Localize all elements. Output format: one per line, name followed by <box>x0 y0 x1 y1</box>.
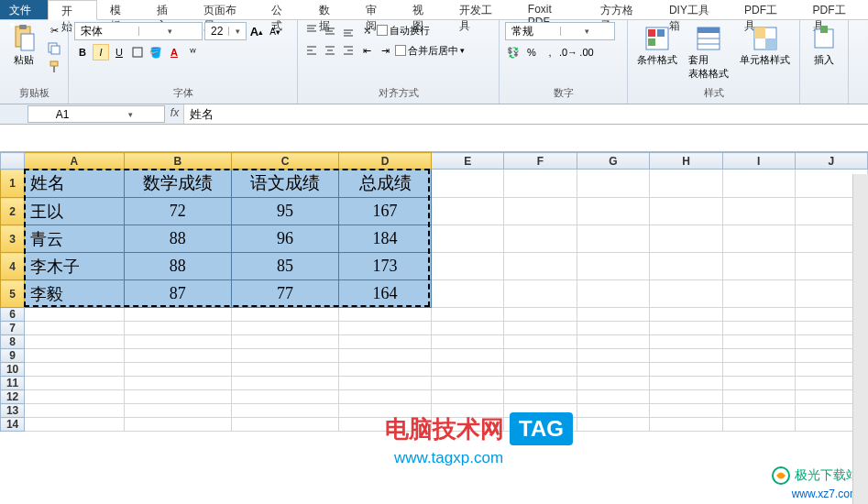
cell-I14[interactable] <box>722 418 795 432</box>
cell-D10[interactable] <box>339 363 432 377</box>
cell-D1[interactable]: 总成绩 <box>339 170 432 198</box>
cell-E2[interactable] <box>431 198 503 225</box>
cell-A9[interactable] <box>25 349 125 363</box>
cell-G7[interactable] <box>577 322 650 335</box>
col-header-F[interactable]: F <box>504 153 577 170</box>
wrap-text-toggle[interactable]: 自动换行 <box>377 24 430 38</box>
cell-I1[interactable] <box>722 170 795 198</box>
row-header-5[interactable]: 5 <box>1 280 25 308</box>
cell-C5[interactable]: 77 <box>231 280 338 308</box>
cell-C8[interactable] <box>231 335 338 349</box>
cell-C13[interactable] <box>231 404 338 418</box>
cell-A7[interactable] <box>25 322 125 335</box>
cell-E9[interactable] <box>431 349 503 363</box>
cell-H3[interactable] <box>650 225 723 253</box>
cell-G3[interactable] <box>577 225 650 253</box>
cell-styles-button[interactable]: 单元格样式 <box>736 22 794 69</box>
cell-A10[interactable] <box>25 363 125 377</box>
row-header-6[interactable]: 6 <box>1 308 25 322</box>
chevron-down-icon[interactable]: ▾ <box>96 110 164 119</box>
cell-G12[interactable] <box>577 390 650 404</box>
col-header-H[interactable]: H <box>650 153 723 170</box>
cell-F2[interactable] <box>504 198 577 225</box>
align-center-button[interactable] <box>322 42 338 59</box>
cell-B9[interactable] <box>124 349 231 363</box>
cell-F13[interactable] <box>504 404 577 418</box>
cell-F9[interactable] <box>504 349 577 363</box>
cell-C6[interactable] <box>231 308 338 322</box>
cell-D13[interactable] <box>339 404 432 418</box>
cell-H14[interactable] <box>650 418 723 432</box>
comma-button[interactable]: , <box>542 44 558 60</box>
cell-B1[interactable]: 数学成绩 <box>124 170 231 198</box>
cell-E3[interactable] <box>431 225 503 253</box>
tab-data[interactable]: 数据 <box>306 0 353 19</box>
currency-button[interactable]: 💱 <box>505 44 522 60</box>
cell-H13[interactable] <box>650 404 723 418</box>
row-header-13[interactable]: 13 <box>1 404 25 418</box>
cell-B10[interactable] <box>124 363 231 377</box>
cell-D5[interactable]: 164 <box>339 280 432 308</box>
cell-G8[interactable] <box>577 335 650 349</box>
font-name-combo[interactable]: 宋体▾ <box>74 22 203 40</box>
spreadsheet-grid[interactable]: ABCDEFGHIJ1姓名数学成绩语文成绩总成绩2王以72951673青云889… <box>0 152 868 482</box>
col-header-C[interactable]: C <box>231 153 338 170</box>
cell-B2[interactable]: 72 <box>124 198 231 225</box>
chevron-down-icon[interactable]: ▾ <box>138 27 203 36</box>
tab-file[interactable]: 文件 ▾ <box>0 0 48 19</box>
cell-A3[interactable]: 青云 <box>25 225 125 253</box>
phonetic-button[interactable]: ᵂ <box>184 44 201 60</box>
row-header-12[interactable]: 12 <box>1 390 25 404</box>
merge-center-toggle[interactable]: 合并后居中 ▾ <box>395 44 465 58</box>
insert-cells-button[interactable]: 插入 <box>806 22 842 69</box>
cell-C14[interactable] <box>231 418 338 432</box>
cell-I12[interactable] <box>722 390 795 404</box>
formula-input[interactable]: 姓名 <box>184 104 868 124</box>
row-header-2[interactable]: 2 <box>1 198 25 225</box>
increase-decimal-button[interactable]: .0→ <box>560 44 577 60</box>
italic-button[interactable]: I <box>93 44 109 60</box>
cell-D4[interactable]: 173 <box>339 253 432 280</box>
tab-formula[interactable]: 公式 <box>258 0 305 19</box>
border-button[interactable] <box>129 44 146 60</box>
cell-I4[interactable] <box>722 253 795 280</box>
row-header-7[interactable]: 7 <box>1 322 25 335</box>
tab-insert[interactable]: 插入 <box>144 0 191 19</box>
cell-G6[interactable] <box>577 308 650 322</box>
row-header-14[interactable]: 14 <box>1 418 25 432</box>
cell-A1[interactable]: 姓名 <box>25 170 125 198</box>
cell-G14[interactable] <box>577 418 650 432</box>
row-header-11[interactable]: 11 <box>1 377 25 390</box>
cell-A11[interactable] <box>25 377 125 390</box>
cell-B5[interactable]: 87 <box>124 280 231 308</box>
cell-C1[interactable]: 语文成绩 <box>231 170 338 198</box>
cell-H4[interactable] <box>650 253 723 280</box>
align-middle-button[interactable] <box>322 22 338 38</box>
font-size-combo[interactable]: 22▾ <box>204 22 247 40</box>
cell-A12[interactable] <box>25 390 125 404</box>
col-header-I[interactable]: I <box>722 153 795 170</box>
cell-I13[interactable] <box>722 404 795 418</box>
bold-button[interactable]: B <box>74 44 91 60</box>
row-header-1[interactable]: 1 <box>1 170 25 198</box>
cell-G10[interactable] <box>577 363 650 377</box>
cell-I9[interactable] <box>722 349 795 363</box>
cell-A5[interactable]: 李毅 <box>25 280 125 308</box>
cell-F10[interactable] <box>504 363 577 377</box>
cell-B14[interactable] <box>124 418 231 432</box>
cell-F1[interactable] <box>504 170 577 198</box>
cell-I8[interactable] <box>722 335 795 349</box>
cell-I7[interactable] <box>722 322 795 335</box>
tab-foxit-pdf[interactable]: Foxit PDF <box>515 0 588 19</box>
increase-font-button[interactable]: A▴ <box>248 23 265 39</box>
cell-C4[interactable]: 85 <box>231 253 338 280</box>
cell-A4[interactable]: 李木子 <box>25 253 125 280</box>
cell-B13[interactable] <box>124 404 231 418</box>
cell-H8[interactable] <box>650 335 723 349</box>
select-all-corner[interactable] <box>1 153 25 170</box>
cell-E8[interactable] <box>431 335 503 349</box>
cell-F5[interactable] <box>504 280 577 308</box>
cell-D11[interactable] <box>339 377 432 390</box>
cell-G9[interactable] <box>577 349 650 363</box>
cell-D8[interactable] <box>339 335 432 349</box>
